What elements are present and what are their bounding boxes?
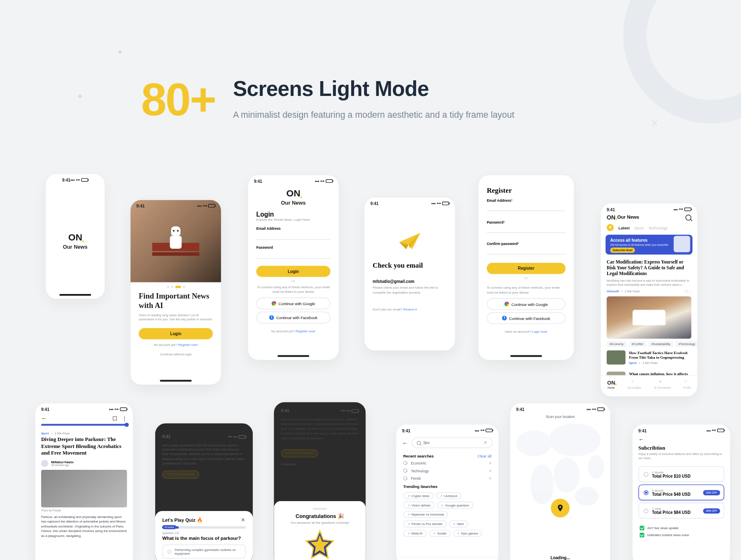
featured-tab[interactable]: ★ xyxy=(607,224,614,231)
google-login-button[interactable]: Continue with Google xyxy=(256,298,331,310)
nav-location[interactable]: ◎My location xyxy=(628,380,641,389)
search-icon xyxy=(417,441,421,445)
login-button[interactable]: Login xyxy=(256,266,331,277)
quiz-option[interactable]: Performing complex gymnastic routines on… xyxy=(162,544,246,558)
back-icon[interactable]: ← xyxy=(633,434,730,445)
article-card[interactable]: Car Modification: Express Yourself or Ri… xyxy=(601,256,697,294)
trend-chip[interactable]: ↗Victor dethan xyxy=(403,502,435,509)
onboarding-title: Find Important News with AI xyxy=(139,292,213,310)
article-title: Diving Deeper into Parkour: The Extreme … xyxy=(35,436,133,457)
screen-congrats: 9:41•••⊶ and a deep connection with the … xyxy=(274,402,366,560)
page-dots xyxy=(130,282,221,289)
svg-point-2 xyxy=(516,430,552,456)
location-pin-icon[interactable] xyxy=(551,499,570,518)
chip[interactable]: #Conflict xyxy=(629,341,646,347)
trend-chip[interactable]: ↗Meta AI xyxy=(403,530,427,537)
story-card[interactable]: How Football Tactics Have Evolved: From … xyxy=(601,347,697,369)
search-icon[interactable] xyxy=(685,215,691,220)
plan-option[interactable]: 6 MonthTotal Price $48 USD 20% OFF xyxy=(638,485,724,501)
trend-chip[interactable]: ↗Crypto news xyxy=(403,492,434,499)
status-time: 9:41 xyxy=(516,407,524,411)
svg-point-4 xyxy=(530,464,554,504)
sparkle-icon: ✦ xyxy=(117,47,124,56)
back-icon[interactable]: ← xyxy=(41,415,47,422)
check-email-desc: Please check your email and follow the l… xyxy=(373,286,447,295)
recent-item[interactable]: Technology✕ xyxy=(403,467,492,475)
quiz-progress: AI sound xyxy=(162,526,246,529)
resend-link[interactable]: Resend it xyxy=(403,308,417,311)
chip[interactable]: #Sustainability xyxy=(648,341,673,347)
nav-ai[interactable]: ◐AI Summaries xyxy=(654,380,671,389)
status-time: 9:41 xyxy=(402,428,410,432)
search-input[interactable]: Spo ✕ xyxy=(412,437,493,448)
topic-chips: #Economy #Conflict #Sustainability #Tech… xyxy=(601,341,697,347)
tab-sport[interactable]: Sport xyxy=(634,226,643,230)
tab-technology[interactable]: Technology xyxy=(648,226,668,230)
register-link[interactable]: Register now! xyxy=(296,329,315,333)
remove-icon[interactable]: ✕ xyxy=(489,469,492,473)
check-email-title: Check you email xyxy=(373,261,447,270)
remove-icon[interactable]: ✕ xyxy=(489,476,492,481)
close-icon[interactable]: ✕ xyxy=(241,517,245,523)
author-row[interactable]: Miftahul Faizin30 minutes ago xyxy=(35,457,133,470)
status-time: 9:41 xyxy=(638,428,647,432)
discount-badge: 20% OFF xyxy=(703,490,720,495)
plan-option[interactable]: 1 MonthTotal Price $10 USD xyxy=(638,466,724,482)
trend-chip[interactable]: ↗Suriah xyxy=(429,530,451,537)
plan-option[interactable]: 1 YearTotal Price $84 USD 30% OFF xyxy=(638,503,724,519)
world-map xyxy=(510,413,611,544)
register-button[interactable]: Register xyxy=(487,263,565,274)
register-title: Register xyxy=(487,187,565,195)
nav-home[interactable]: ONHome xyxy=(607,380,615,389)
more-icon[interactable]: ⋮ xyxy=(122,415,127,421)
clear-icon[interactable]: ✕ xyxy=(484,441,487,445)
hero-section: 80+ Screens Light Mode A minimalist desi… xyxy=(141,77,515,122)
trend-chip[interactable]: ↗Nani xyxy=(449,520,468,527)
recent-item[interactable]: Persib✕ xyxy=(403,474,492,482)
tab-latest[interactable]: Latest xyxy=(618,226,629,230)
hero-title: Screens Light Mode xyxy=(233,77,514,101)
status-time: 9:41 xyxy=(136,204,144,208)
status-time: 9:41 xyxy=(62,178,70,182)
congrats-sheet: Congratulations 🎉 You answered all the q… xyxy=(274,501,366,560)
recent-item[interactable]: Economic✕ xyxy=(403,459,492,467)
status-time: 9:41 xyxy=(254,179,262,183)
google-register-button[interactable]: Continue with Google xyxy=(487,299,565,310)
trend-chip[interactable]: ↗Google quantum xyxy=(437,502,473,509)
bookmark-icon[interactable]: ☐ xyxy=(112,415,117,421)
register-link[interactable]: Register now! xyxy=(178,343,198,346)
trend-chip[interactable]: ↗Myanmar vs Indonesia xyxy=(403,511,448,518)
screen-subscription: 9:41•••⊶ ← Subcribtion Enjoy a variety o… xyxy=(633,425,730,560)
chip[interactable]: #Economy xyxy=(607,341,627,347)
subscribe-button[interactable]: Subscribe Now! xyxy=(610,247,635,253)
password-input[interactable] xyxy=(487,224,565,233)
chip[interactable]: #Technology xyxy=(676,341,697,347)
screen-home: 9:41•••⊶ ONOur News ★ Latest Sport Techn… xyxy=(601,203,697,396)
confirm-input[interactable] xyxy=(487,246,565,254)
radio-icon xyxy=(644,490,648,495)
onboarding-image: 9:41•••⊶ xyxy=(130,200,221,282)
bottom-nav: ONHome ◎My location ◐AI Summaries ◯Profi… xyxy=(601,375,697,396)
email-input[interactable] xyxy=(487,203,565,211)
email-input[interactable] xyxy=(256,232,331,240)
avatar xyxy=(41,460,48,467)
nav-profile[interactable]: ◯Profile xyxy=(683,380,691,389)
trend-chip[interactable]: ↗Persib vs Pss sleman xyxy=(403,520,447,527)
password-input[interactable] xyxy=(256,250,331,259)
clock-icon xyxy=(403,461,408,465)
clear-all-link[interactable]: Clear all xyxy=(478,454,492,458)
trend-chip[interactable]: ↗Epic games xyxy=(453,530,482,537)
skip-link[interactable]: Continue without login xyxy=(139,352,213,356)
radio-icon xyxy=(644,509,648,513)
read-progress[interactable] xyxy=(41,424,127,426)
facebook-login-button[interactable]: fContinue with Facebook xyxy=(256,312,331,324)
facebook-register-button[interactable]: fContinue with Facebook xyxy=(487,313,565,324)
login-button[interactable]: Login xyxy=(139,328,213,339)
promo-banner[interactable]: Access all features Get full access to a… xyxy=(606,235,692,255)
logo-icon: ON xyxy=(607,214,615,221)
login-link[interactable]: Login now! xyxy=(532,330,548,334)
screen-onboarding: 9:41•••⊶ Find Important News with AI Tir… xyxy=(130,200,221,385)
trend-chip[interactable]: ↗Liverpool xyxy=(436,492,461,499)
remove-icon[interactable]: ✕ xyxy=(489,461,492,465)
back-icon[interactable]: ← xyxy=(402,439,408,446)
